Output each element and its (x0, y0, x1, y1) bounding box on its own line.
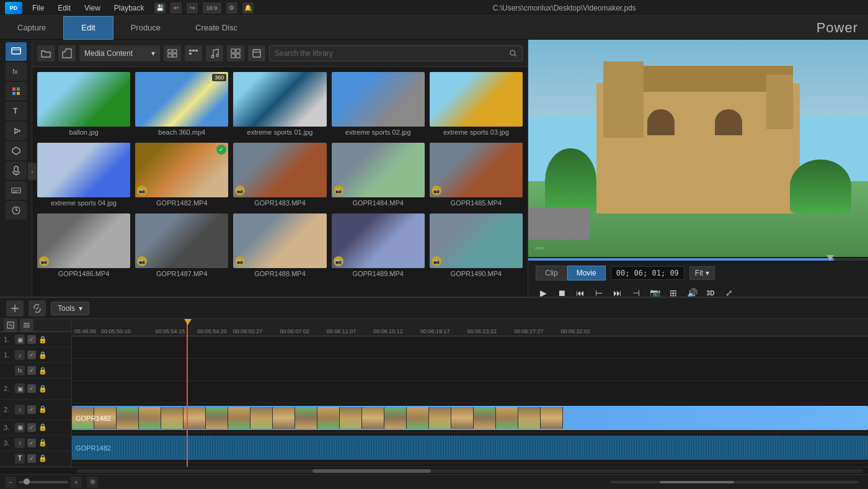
fit-timeline-button[interactable] (4, 319, 17, 331)
tab-capture[interactable]: Capture (0, 16, 63, 40)
search-input[interactable] (275, 49, 507, 58)
track-3-a-check[interactable]: ✓ (27, 439, 36, 447)
expand-icon[interactable] (248, 45, 265, 61)
media-thumbnail: 📷 (37, 213, 130, 268)
text-button[interactable]: T (6, 102, 27, 120)
color-button[interactable] (6, 82, 27, 101)
media-item-5[interactable]: extreme sports 04.jpg (37, 143, 130, 209)
camera-icon: 📷 (432, 186, 441, 195)
svg-rect-3 (12, 87, 16, 91)
menu-items: File Edit View Playback (30, 2, 147, 14)
video-clip-gopr1482[interactable]: GOPR1482 (72, 406, 868, 430)
track-3-v-check[interactable]: ✓ (27, 423, 36, 432)
fx-lock[interactable]: 🔒 (38, 367, 47, 375)
search-box[interactable] (269, 45, 523, 61)
tab-produce[interactable]: Produce (113, 16, 178, 40)
svg-rect-18 (168, 54, 172, 57)
zoom-fit-button[interactable] (20, 319, 33, 331)
apps-icon[interactable] (227, 45, 244, 61)
toolbar-expand[interactable]: › (28, 163, 37, 180)
menu-playback[interactable]: Playback (112, 2, 147, 14)
timeline-content[interactable]: 05:46:05 00:05:50:10 00:05:54:15 00:05:5… (72, 319, 868, 467)
media-item-8[interactable]: 📷 GOPR1484.MP4 (332, 143, 425, 209)
movie-tab[interactable]: Movie (567, 266, 606, 280)
folder-icon[interactable] (37, 45, 55, 61)
fx-track-label: fx ✓ 🔒 (0, 363, 71, 379)
media-item-6[interactable]: 📷✓ GOPR1482.MP4 (135, 143, 228, 209)
track-2-a-check[interactable]: ✓ (27, 405, 36, 414)
track-2-v-check[interactable]: ✓ (27, 384, 36, 393)
undo-icon[interactable]: ↩ (170, 2, 182, 14)
media-thumbnail (37, 143, 130, 197)
mic-button[interactable] (6, 161, 27, 180)
media-item-4[interactable]: extreme sports 03.jpg (430, 72, 523, 138)
subtitle-button[interactable] (6, 181, 27, 200)
menu-view[interactable]: View (82, 2, 103, 14)
zoom-in-button[interactable]: + (71, 477, 82, 488)
settings-icon[interactable]: ⚙ (226, 2, 237, 14)
add-track-button[interactable]: ⊕ (87, 477, 98, 488)
track-1-v-lock[interactable]: 🔒 (38, 336, 47, 344)
timeline-section: Tools ▾ 1. ▣ ✓ 🔒 1. (0, 297, 868, 489)
track-1-v-check[interactable]: ✓ (27, 335, 36, 344)
link-button[interactable] (29, 300, 46, 316)
media-item-10[interactable]: 📷 GOPR1486.MP4 (37, 213, 130, 279)
media-item-12[interactable]: 📷 GOPR1488.MP4 (233, 213, 326, 279)
zoom-slider[interactable] (19, 481, 68, 483)
bottom-controls: − + ⊕ (0, 474, 868, 489)
media-item-2[interactable]: extreme sports 01.jpg (233, 72, 326, 138)
library-button[interactable] (6, 42, 27, 61)
media-item-14[interactable]: 📷 GOPR1490.MP4 (430, 213, 523, 279)
media-item-1[interactable]: 360 beach 360.mp4 (135, 72, 228, 138)
title-bar-icons: 💾 ↩ ↪ 16:9 ⚙ 🔔 (154, 2, 254, 14)
audio-button[interactable] (6, 122, 27, 140)
media-item-0[interactable]: ballon.jpg (37, 72, 130, 138)
zoom-slider-thumb[interactable] (24, 478, 30, 485)
media-content-dropdown[interactable]: Media Content ▾ (79, 45, 160, 61)
title-check[interactable]: ✓ (27, 454, 36, 463)
media-item-7[interactable]: 📷 GOPR1483.MP4 (233, 143, 326, 209)
snap-button[interactable] (6, 300, 24, 316)
redo-icon[interactable]: ↪ (187, 2, 198, 14)
menu-edit[interactable]: Edit (55, 2, 73, 14)
clip-tab[interactable]: Clip (536, 266, 567, 280)
track-3-a-lock[interactable]: 🔒 (38, 439, 47, 447)
preview-scrubber[interactable] (528, 257, 868, 262)
save-icon[interactable]: 💾 (154, 2, 166, 14)
grid-view-icon[interactable] (185, 45, 202, 61)
scrubber-handle[interactable] (826, 255, 834, 261)
track-3-audio-label: 3. ♪ ✓ 🔒 (0, 436, 71, 451)
track-2-a-lock[interactable]: 🔒 (38, 405, 47, 413)
playhead-marker[interactable] (184, 319, 192, 325)
zoom-out-button[interactable]: − (5, 477, 16, 488)
tab-edit[interactable]: Edit (63, 16, 113, 40)
track-1-a-lock[interactable]: 🔒 (38, 351, 47, 359)
media-item-11[interactable]: 📷 GOPR1487.MP4 (135, 213, 228, 279)
media-thumbnail: 📷 (332, 213, 425, 268)
app-logo: PD (5, 2, 22, 14)
fx-check[interactable]: ✓ (27, 366, 36, 375)
track-1-a-check[interactable]: ✓ (27, 351, 36, 359)
alert-icon[interactable]: 🔔 (242, 2, 254, 14)
audio-clip-gopr1482[interactable]: GOPR1482 (72, 436, 868, 460)
title-lock[interactable]: 🔒 (38, 454, 47, 462)
track-3-v-lock[interactable]: 🔒 (38, 423, 47, 431)
list-view-icon[interactable] (164, 45, 181, 61)
fit-dropdown[interactable]: Fit ▾ (689, 266, 715, 280)
menu-file[interactable]: File (30, 2, 46, 14)
chapter-button[interactable] (6, 201, 27, 220)
fx-button[interactable]: fx (6, 62, 27, 81)
puzzle-icon[interactable] (58, 45, 76, 61)
tab-create-disc[interactable]: Create Disc (178, 16, 255, 40)
preview-video: cars (528, 40, 868, 257)
timeline-track-labels: 1. ▣ ✓ 🔒 1. ♪ ✓ 🔒 fx ✓ 🔒 2. ▣ ✓ 🔒 (0, 319, 72, 467)
tools-dropdown[interactable]: Tools ▾ (51, 302, 89, 315)
music-icon[interactable] (206, 45, 223, 61)
track-2-v-lock[interactable]: 🔒 (38, 385, 47, 393)
media-item-9[interactable]: 📷 GOPR1485.MP4 (430, 143, 523, 209)
media-item-13[interactable]: 📷 GOPR1489.MP4 (332, 213, 425, 279)
track-2-audio-label: 2. ♪ ✓ 🔒 (0, 400, 71, 420)
timeline-main: 1. ▣ ✓ 🔒 1. ♪ ✓ 🔒 fx ✓ 🔒 2. ▣ ✓ 🔒 (0, 319, 868, 467)
media-item-3[interactable]: extreme sports 02.jpg (332, 72, 425, 138)
mask-button[interactable] (6, 141, 27, 160)
